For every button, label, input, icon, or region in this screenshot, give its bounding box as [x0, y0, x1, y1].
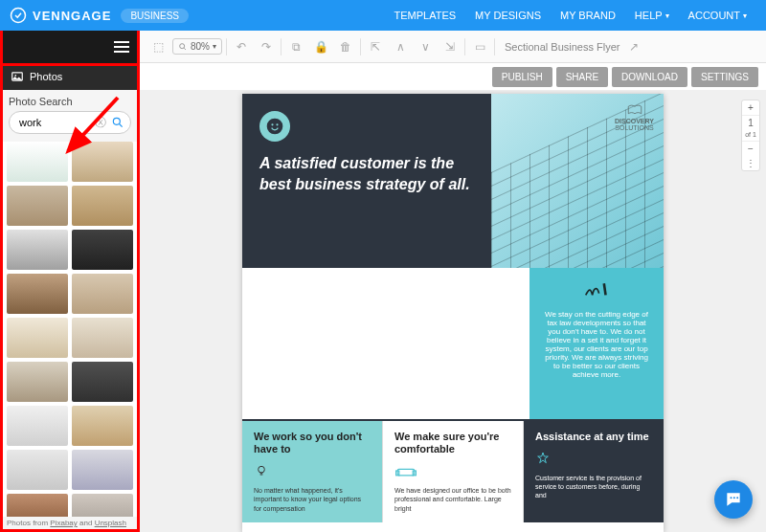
- svg-point-2: [14, 75, 16, 77]
- search-label: Photo Search: [9, 96, 131, 107]
- photo-thumb[interactable]: [72, 186, 133, 226]
- flyer-hero-image[interactable]: DISCOVERY SOLUTIONS: [491, 94, 664, 268]
- bring-forward-icon[interactable]: ⇱: [365, 36, 386, 57]
- settings-button[interactable]: SETTINGS: [691, 67, 758, 87]
- editor-toolbar: ⬚ 80% ▾ ↶ ↷ ⧉ 🔒 🗑 ⇱ ∧ ∨ ⇲ ▭ Sectional Bu…: [140, 31, 766, 63]
- book-icon: [626, 103, 643, 117]
- svg-point-5: [267, 119, 283, 135]
- svg-point-12: [731, 497, 732, 499]
- nav-my-brand[interactable]: MY BRAND: [551, 10, 625, 21]
- lightbulb-icon: [254, 463, 371, 480]
- photo-thumb[interactable]: [72, 230, 133, 270]
- redo-icon[interactable]: ↷: [256, 36, 277, 57]
- svg-point-4: [180, 43, 185, 48]
- photo-thumb[interactable]: [7, 318, 68, 358]
- search-icon: [111, 116, 124, 129]
- star-icon: [535, 451, 652, 468]
- photo-thumb[interactable]: [7, 274, 68, 314]
- zoom-in-button[interactable]: +: [742, 100, 759, 115]
- flyer-card-2[interactable]: We make sure you're comfortable We have …: [383, 421, 524, 522]
- photo-thumb[interactable]: [7, 362, 68, 402]
- flyer-headline[interactable]: A satisfied customer is the best busines…: [259, 153, 474, 194]
- photo-thumb[interactable]: [72, 318, 133, 358]
- page-zoom-widget: + 1of 1 − ⋮: [741, 100, 760, 171]
- canvas-viewport[interactable]: + 1of 1 − ⋮ A satisfied customer is the …: [140, 90, 766, 532]
- hamburger-icon[interactable]: [114, 41, 129, 53]
- signature-icon: [584, 281, 609, 300]
- zoom-control[interactable]: 80% ▾: [172, 38, 222, 55]
- chat-icon: [724, 490, 743, 509]
- nav-account[interactable]: ACCOUNT▾: [679, 10, 756, 21]
- sofa-icon: [394, 463, 511, 480]
- photo-thumb[interactable]: [72, 450, 133, 490]
- download-button[interactable]: DOWNLOAD: [612, 67, 687, 87]
- chevron-down-icon: ▾: [213, 42, 216, 51]
- smiley-icon: [259, 111, 290, 142]
- lock-icon[interactable]: 🔒: [310, 36, 331, 57]
- photo-thumb[interactable]: [7, 494, 68, 517]
- search-button[interactable]: [109, 114, 126, 131]
- flyer-card-3[interactable]: Assistance at any time Customer service …: [524, 421, 664, 522]
- svg-point-13: [733, 497, 735, 499]
- document-title[interactable]: Sectional Business Flyer: [505, 41, 620, 53]
- flyer-canvas[interactable]: A satisfied customer is the best busines…: [242, 94, 664, 532]
- chat-button[interactable]: [714, 480, 753, 519]
- photo-results-grid: [3, 142, 137, 517]
- nav-templates[interactable]: TEMPLATES: [385, 10, 466, 21]
- copy-icon[interactable]: ⧉: [285, 36, 306, 57]
- photos-icon: [11, 70, 24, 83]
- flyer-hero[interactable]: A satisfied customer is the best busines…: [242, 94, 491, 268]
- arrow-up-icon[interactable]: ∧: [390, 36, 411, 57]
- photo-thumb[interactable]: [7, 450, 68, 490]
- lasso-tool-icon[interactable]: ⬚: [147, 36, 169, 57]
- arrow-down-icon[interactable]: ∨: [415, 36, 436, 57]
- left-strip: [3, 31, 137, 63]
- photo-thumb[interactable]: [72, 142, 133, 182]
- flyer-mid-text-block[interactable]: We stay on the cutting edge of tax law d…: [529, 268, 664, 419]
- flyer-brand[interactable]: DISCOVERY SOLUTIONS: [615, 103, 654, 131]
- group-icon[interactable]: ▭: [469, 36, 490, 57]
- photo-thumb[interactable]: [7, 406, 68, 446]
- top-nav: VENNGAGE BUSINESS TEMPLATES MY DESIGNS M…: [0, 0, 766, 31]
- chevron-down-icon: ▾: [743, 11, 747, 20]
- svg-point-0: [11, 9, 26, 23]
- svg-point-6: [271, 123, 273, 125]
- zoom-out-button[interactable]: −: [742, 142, 759, 156]
- search-input[interactable]: [17, 116, 92, 129]
- share-button[interactable]: SHARE: [556, 67, 608, 87]
- plan-badge[interactable]: BUSINESS: [121, 9, 189, 23]
- action-bar: PUBLISH SHARE DOWNLOAD SETTINGS: [140, 63, 766, 90]
- photo-credits: Photos from Pixabay and Unsplash: [3, 517, 137, 529]
- open-external-icon[interactable]: ↗: [623, 36, 644, 57]
- panel-title: Photos: [30, 71, 62, 82]
- svg-point-8: [259, 467, 265, 474]
- photo-thumb[interactable]: [72, 406, 133, 446]
- flyer-image-placeholder[interactable]: [242, 268, 529, 419]
- svg-rect-9: [397, 470, 415, 476]
- photo-thumb[interactable]: [72, 274, 133, 314]
- publish-button[interactable]: PUBLISH: [492, 67, 552, 87]
- svg-point-14: [736, 497, 738, 499]
- zoom-more-icon[interactable]: ⋮: [742, 156, 759, 170]
- panel-header: Photos: [3, 63, 137, 90]
- photo-thumb[interactable]: [7, 230, 68, 270]
- photo-thumb[interactable]: [72, 362, 133, 402]
- clear-search-icon[interactable]: ⓧ: [92, 114, 109, 131]
- flyer-mid-text[interactable]: We stay on the cutting edge of tax law d…: [541, 310, 652, 379]
- send-back-icon[interactable]: ⇲: [439, 36, 461, 57]
- undo-icon[interactable]: ↶: [231, 36, 252, 57]
- photo-thumb[interactable]: [7, 142, 68, 182]
- nav-help[interactable]: HELP▾: [625, 10, 679, 21]
- delete-icon[interactable]: 🗑: [335, 36, 356, 57]
- search-row: ⓧ: [9, 111, 131, 134]
- photo-thumb[interactable]: [7, 186, 68, 226]
- canvas-column: ⬚ 80% ▾ ↶ ↷ ⧉ 🔒 🗑 ⇱ ∧ ∨ ⇲ ▭ Sectional Bu…: [140, 31, 766, 532]
- flyer-card-1[interactable]: We work so you don't have to No matter w…: [242, 421, 383, 522]
- credit-unsplash[interactable]: Unsplash: [95, 519, 126, 527]
- svg-point-3: [113, 118, 120, 124]
- zoom-icon: [178, 42, 188, 52]
- photo-thumb[interactable]: [72, 494, 133, 517]
- credit-pixabay[interactable]: Pixabay: [50, 519, 77, 527]
- brand-logo[interactable]: VENNGAGE: [10, 7, 111, 24]
- nav-my-designs[interactable]: MY DESIGNS: [465, 10, 551, 21]
